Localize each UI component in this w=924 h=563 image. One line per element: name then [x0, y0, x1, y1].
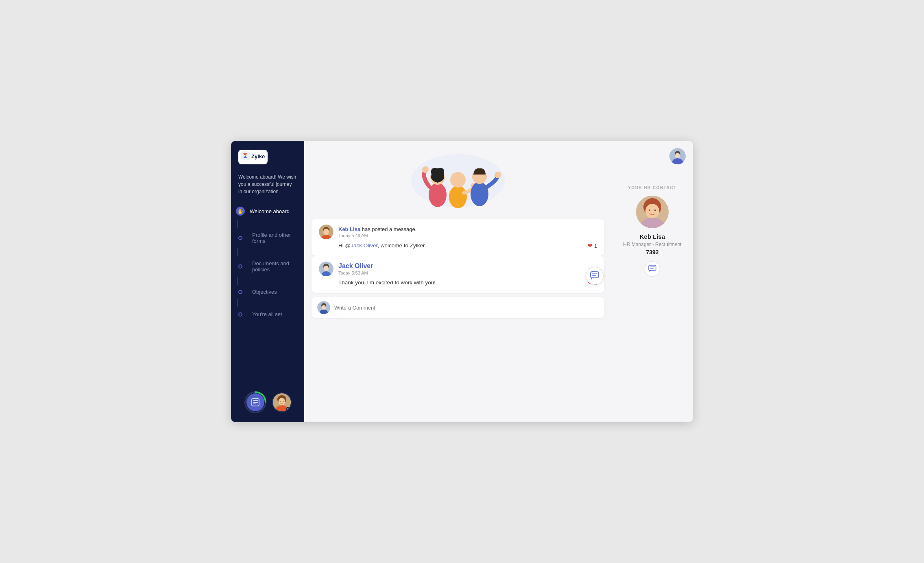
mention-jack[interactable]: Jack Oliver	[351, 242, 377, 249]
svg-point-21	[450, 172, 466, 188]
heart-icon-1: ❤	[588, 242, 593, 250]
nav-label-allset: You're all set	[252, 311, 282, 317]
sidebar-item-documents[interactable]: Documents and policies	[231, 256, 304, 277]
comment-input-field[interactable]	[334, 305, 599, 311]
sidebar-user-avatar	[272, 393, 292, 412]
sidebar-bottom	[231, 386, 304, 414]
hero-illustration	[312, 148, 604, 213]
hr-contact-section: YOUR HR CONTACT Keb Lisa	[623, 185, 681, 277]
hr-chat-button[interactable]	[645, 261, 660, 277]
msg-body-2: Thank you. I'm excited to work with you!…	[319, 279, 597, 287]
msg-author-jack-link[interactable]: Jack Oliver	[338, 262, 373, 270]
svg-point-43	[645, 204, 659, 218]
msg-time-2: Today 5:53 AM	[338, 271, 373, 275]
nav-label-profile: Profile and other forms	[252, 232, 299, 244]
msg-action-1: has posted a message.	[362, 226, 416, 232]
msg-avatar-keb	[319, 225, 333, 239]
right-panel: YOUR HR CONTACT Keb Lisa	[612, 141, 693, 422]
msg-body-1: Hi @Jack Oliver, welcome to Zylker. ❤ 1	[319, 242, 597, 250]
svg-point-19	[422, 166, 429, 173]
svg-text:Zylker: Zylker	[251, 153, 265, 159]
main-area: Keb Lisa has posted a message. Today 5:4…	[304, 141, 612, 422]
msg-header-2: Jack Oliver Today 5:53 AM	[319, 262, 597, 276]
nav-dot-allset	[238, 312, 242, 316]
svg-point-36	[322, 305, 326, 310]
msg-avatar-jack	[319, 262, 333, 276]
sidebar-item-objectives[interactable]: Objectives	[231, 285, 304, 299]
hr-title: HR Manager - Recruitment	[623, 242, 681, 247]
message-card-2: Jack Oliver Today 5:53 AM Thank you. I'm…	[312, 256, 604, 293]
nav-dot-objectives	[238, 290, 242, 294]
progress-ring	[244, 391, 267, 414]
hr-name: Keb Lisa	[640, 233, 665, 240]
top-right-avatar[interactable]	[669, 148, 686, 164]
nav-dot-profile	[238, 236, 242, 240]
msg-author-keb-link[interactable]: Keb Lisa	[338, 226, 360, 232]
svg-rect-38	[591, 272, 599, 278]
nav-label-welcome: Welcome aboard	[250, 208, 290, 214]
hr-avatar	[636, 196, 669, 228]
nav-dot-welcome: ✋	[236, 207, 245, 216]
msg-text-1: Hi @Jack Oliver, welcome to Zylker.	[338, 242, 426, 250]
hand-icon: ✋	[237, 208, 244, 214]
sidebar-item-allset[interactable]: You're all set	[231, 307, 304, 321]
nav-label-documents: Documents and policies	[252, 260, 299, 273]
svg-point-25	[495, 172, 501, 178]
nav-label-objectives: Objectives	[252, 289, 277, 295]
comment-input-row	[312, 297, 604, 318]
msg-time-1: Today 5:49 AM	[338, 233, 416, 238]
svg-point-28	[323, 229, 329, 235]
msg-meta-1: Keb Lisa has posted a message. Today 5:4…	[338, 226, 416, 238]
progress-icon	[246, 393, 264, 411]
svg-point-32	[324, 266, 329, 271]
svg-point-45	[649, 209, 650, 211]
svg-point-14	[280, 401, 281, 402]
chat-float-button[interactable]	[586, 267, 604, 285]
msg-likes-1[interactable]: ❤ 1	[588, 242, 597, 250]
hr-extension: 7392	[646, 249, 658, 255]
online-indicator	[286, 407, 290, 411]
logo-box: Zylker	[238, 150, 268, 164]
svg-point-15	[283, 401, 284, 402]
svg-point-20	[449, 185, 467, 208]
comment-user-avatar	[317, 301, 330, 314]
svg-point-12	[279, 398, 285, 405]
app-frame: Zylker Welcome aboard! We wish you a suc…	[231, 141, 693, 422]
msg-meta-2: Jack Oliver Today 5:53 AM	[338, 262, 373, 275]
like-count-1: 1	[594, 242, 597, 250]
message-card-1: Keb Lisa has posted a message. Today 5:4…	[312, 219, 604, 256]
hr-section-label: YOUR HR CONTACT	[628, 185, 677, 190]
msg-text-2: Thank you. I'm excited to work with you!	[338, 279, 436, 287]
sidebar-item-profile[interactable]: Profile and other forms	[231, 228, 304, 248]
logo-area: Zylker	[231, 150, 304, 173]
svg-rect-47	[649, 265, 656, 271]
svg-point-46	[654, 209, 656, 211]
sidebar-tagline: Welcome aboard! We wish you a successful…	[231, 173, 304, 203]
sidebar: Zylker Welcome aboard! We wish you a suc…	[231, 141, 304, 422]
msg-author-line-1: Keb Lisa has posted a message.	[338, 226, 416, 232]
msg-header-1: Keb Lisa has posted a message. Today 5:4…	[319, 225, 597, 239]
svg-point-52	[675, 153, 680, 159]
sidebar-item-welcome[interactable]: ✋ Welcome aboard	[231, 203, 304, 220]
nav-dot-documents	[238, 264, 242, 268]
nav-list: ✋ Welcome aboard Profile and other forms…	[231, 203, 304, 386]
